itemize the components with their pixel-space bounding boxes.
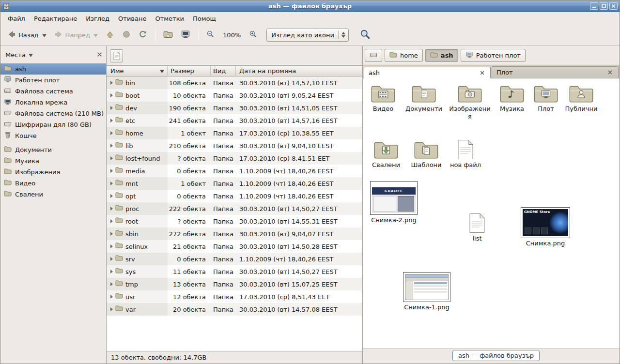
table-row[interactable]: bin108 обектаПапка30.03.2010 (вт) 14,57,… <box>107 76 362 89</box>
table-row[interactable]: sbin272 обектаПапка30.03.2010 (вт) 9,04,… <box>107 228 362 240</box>
canvas-item[interactable]: Плот <box>530 82 561 113</box>
expander-icon[interactable] <box>110 219 113 223</box>
table-row[interactable]: lib210 обектаПапка30.03.2010 (вт) 9,04,1… <box>107 139 362 152</box>
expander-icon[interactable] <box>110 307 113 311</box>
canvas-item[interactable]: Шаблони <box>407 138 445 169</box>
expander-icon[interactable] <box>110 244 113 248</box>
table-row[interactable]: dev190 обектаПапка30.03.2010 (вт) 14,51,… <box>107 102 362 114</box>
expander-icon[interactable] <box>110 93 113 97</box>
column-header[interactable]: Размер <box>168 66 211 76</box>
chevron-down-icon[interactable] <box>29 51 33 59</box>
zoom-in-button[interactable] <box>246 27 261 43</box>
expander-icon[interactable] <box>110 232 113 236</box>
expander-icon[interactable] <box>110 169 113 173</box>
taskbar-window-button[interactable]: ash — файлов браузър <box>452 350 540 361</box>
expander-icon[interactable] <box>110 182 113 185</box>
breadcrumb-button[interactable] <box>365 49 382 62</box>
table-row[interactable]: home1 обектПапка17.03.2010 (ср) 10,38,55… <box>107 127 362 139</box>
zoom-out-button[interactable] <box>203 27 218 43</box>
expander-icon[interactable] <box>110 81 113 85</box>
table-row[interactable]: srv0 обектаПапка1.10.2009 (чт) 18,40,26 … <box>107 253 362 265</box>
expander-icon[interactable] <box>110 282 113 286</box>
breadcrumb-button[interactable]: Работен плот <box>461 49 526 62</box>
view-mode-select[interactable]: Изглед като икони <box>266 29 349 42</box>
maximize-button[interactable] <box>600 2 608 10</box>
canvas-item[interactable]: Документи <box>403 82 444 113</box>
icon-canvas[interactable]: ВидеоДокументиИзображенияМузикаПлотПубли… <box>363 78 620 349</box>
sidebar-close-button[interactable] <box>97 51 102 59</box>
expander-icon[interactable] <box>110 106 113 110</box>
forward-button[interactable]: Напред <box>51 27 101 43</box>
canvas-item[interactable]: Публични <box>562 82 600 113</box>
sidebar-item[interactable]: Свалени <box>0 189 106 200</box>
computer-button[interactable] <box>177 27 194 43</box>
expander-icon[interactable] <box>110 194 113 198</box>
tab[interactable]: ash <box>364 67 491 78</box>
breadcrumb-button[interactable]: ash <box>425 49 458 62</box>
canvas-item[interactable]: GNOME StoreСнимка.​png <box>519 207 572 247</box>
canvas-item[interactable]: нов файл <box>448 138 483 169</box>
expander-icon[interactable] <box>110 207 113 211</box>
expander-icon[interactable] <box>110 156 113 160</box>
column-header[interactable]: Вид <box>211 66 236 76</box>
sidebar-item[interactable]: Музика <box>0 155 106 167</box>
menu-item[interactable]: Отметки <box>151 13 188 24</box>
expander-icon[interactable] <box>110 144 113 148</box>
table-row[interactable]: boot10 обектаПапка30.03.2010 (вт) 9,05,2… <box>107 89 362 102</box>
tab[interactable]: Плот <box>492 66 619 78</box>
sidebar-item[interactable]: Кошче <box>0 130 106 141</box>
back-button[interactable]: Назад <box>4 27 50 43</box>
canvas-item[interactable]: Изображения <box>449 82 491 120</box>
sidebar-item[interactable]: Видео <box>0 178 106 189</box>
sidebar-item[interactable]: Изображения <box>0 167 106 178</box>
sidebar-item[interactable]: ash <box>0 63 106 75</box>
canvas-item[interactable]: list <box>461 212 494 243</box>
expander-icon[interactable] <box>110 119 113 122</box>
column-header[interactable]: Дата на промяна <box>236 66 362 76</box>
menu-item[interactable]: Помощ <box>188 13 220 24</box>
search-button[interactable] <box>356 26 373 44</box>
stop-button[interactable] <box>119 27 134 43</box>
up-button[interactable] <box>102 27 118 43</box>
expander-icon[interactable] <box>110 295 113 299</box>
expander-icon[interactable] <box>110 257 113 261</box>
breadcrumb-button[interactable]: home <box>385 49 423 62</box>
sidebar-item[interactable]: Файлова система (210 MB) <box>0 108 106 119</box>
canvas-item[interactable]: Свалени <box>367 138 405 169</box>
expander-icon[interactable] <box>110 131 113 135</box>
sidebar-item[interactable]: Работен плот <box>0 75 106 86</box>
canvas-item[interactable]: Музика <box>495 82 529 113</box>
tab-close-button[interactable] <box>606 69 614 76</box>
reload-button[interactable] <box>135 27 151 43</box>
canvas-item[interactable]: GUADECСнимка-​2.​png <box>369 181 419 224</box>
table-row[interactable]: usr12 обектаПапка17.03.2010 (ср) 8,51,43… <box>107 290 362 303</box>
menu-item[interactable]: Файл <box>3 13 30 24</box>
table-row[interactable]: lost+found? обектаПапка17.03.2010 (ср) 8… <box>107 152 362 165</box>
minimize-button[interactable] <box>590 2 598 10</box>
sidebar-item[interactable]: Локална мрежа <box>0 97 106 108</box>
expander-icon[interactable] <box>110 270 113 273</box>
table-row[interactable]: proc222 обектаПапка30.03.2010 (вт) 14,50… <box>107 202 362 215</box>
tab-close-button[interactable] <box>479 69 486 76</box>
table-row[interactable]: opt0 обектаПапка1.10.2009 (чт) 18,40,26 … <box>107 190 362 202</box>
menu-item[interactable]: Отиване <box>114 13 151 24</box>
table-row[interactable]: var20 обектаПапка30.03.2010 (вт) 14,57,0… <box>107 303 362 316</box>
sidebar-item[interactable]: Документи <box>0 144 106 155</box>
sidebar-item[interactable]: Шифриран дял (80 GB) <box>0 119 106 130</box>
canvas-item[interactable]: Снимка-​1.​png <box>402 272 452 311</box>
table-row[interactable]: sys11 обектаПапка30.03.2010 (вт) 14,50,2… <box>107 265 362 278</box>
table-row[interactable]: etc241 обектаПапка30.03.2010 (вт) 14,57,… <box>107 114 362 127</box>
menu-item[interactable]: Изглед <box>81 13 114 24</box>
sidebar-item[interactable]: Файлова система <box>0 86 106 97</box>
table-row[interactable]: tmp13 обектаПапка30.03.2010 (вт) 15,07,2… <box>107 278 362 290</box>
menu-item[interactable]: Редактиране <box>30 13 81 24</box>
column-header[interactable]: Име <box>107 66 168 76</box>
close-button[interactable] <box>609 2 618 10</box>
table-row[interactable]: mnt1 обектПапка1.10.2009 (чт) 18,40,26 E… <box>107 177 362 190</box>
table-row[interactable]: media0 обектаПапка1.10.2009 (чт) 18,40,2… <box>107 165 362 177</box>
table-row[interactable]: root? обектаПапка30.03.2010 (вт) 14,55,3… <box>107 215 362 228</box>
table-row[interactable]: selinux21 обектаПапка30.03.2010 (вт) 14,… <box>107 240 362 253</box>
canvas-item[interactable]: Видео <box>365 82 402 113</box>
location-icon-button[interactable] <box>110 49 123 62</box>
home-button[interactable] <box>160 27 176 43</box>
